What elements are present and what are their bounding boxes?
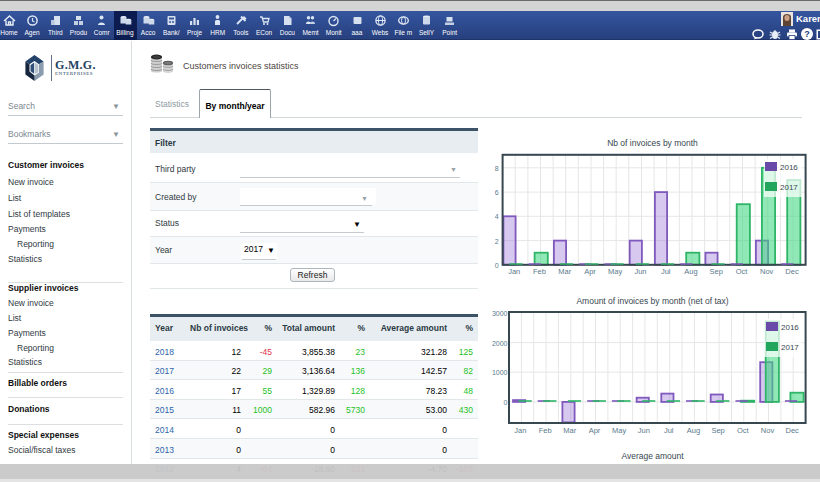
- svg-text:Apr: Apr: [589, 426, 601, 435]
- svg-text:Sep: Sep: [710, 267, 723, 276]
- svg-text:Jun: Jun: [638, 426, 650, 435]
- svg-text:Nov: Nov: [760, 267, 774, 276]
- svg-text:Oct: Oct: [736, 267, 749, 276]
- svg-text:Oct: Oct: [737, 426, 750, 435]
- svg-text:Jul: Jul: [664, 426, 674, 435]
- svg-text:8: 8: [495, 165, 499, 172]
- svg-text:0: 0: [495, 262, 499, 269]
- svg-text:Jan: Jan: [514, 426, 526, 435]
- svg-text:Jun: Jun: [634, 267, 646, 276]
- svg-text:May: May: [608, 267, 622, 276]
- svg-text:Mar: Mar: [563, 426, 576, 435]
- svg-text:2000: 2000: [492, 340, 508, 347]
- svg-text:Jan: Jan: [508, 267, 520, 276]
- svg-text:2016: 2016: [780, 163, 798, 172]
- svg-text:1000: 1000: [492, 369, 508, 376]
- svg-text:Aug: Aug: [687, 426, 700, 435]
- svg-text:6: 6: [495, 189, 499, 196]
- svg-text:3000: 3000: [492, 310, 508, 317]
- svg-text:Aug: Aug: [684, 267, 697, 276]
- svg-text:Mar: Mar: [558, 267, 571, 276]
- svg-text:4: 4: [495, 213, 499, 220]
- svg-text:Feb: Feb: [539, 426, 552, 435]
- svg-text:Dec: Dec: [785, 267, 799, 276]
- svg-text:Apr: Apr: [584, 267, 596, 276]
- svg-text:2016: 2016: [781, 323, 799, 332]
- svg-text:2017: 2017: [781, 343, 799, 352]
- svg-text:Nov: Nov: [761, 426, 775, 435]
- svg-text:2: 2: [495, 238, 499, 245]
- svg-text:Sep: Sep: [711, 426, 724, 435]
- svg-text:2017: 2017: [780, 183, 798, 192]
- svg-text:Feb: Feb: [533, 267, 546, 276]
- svg-text:May: May: [612, 426, 626, 435]
- svg-text:Jul: Jul: [661, 267, 671, 276]
- svg-text:0: 0: [504, 399, 508, 406]
- svg-text:Dec: Dec: [786, 426, 800, 435]
